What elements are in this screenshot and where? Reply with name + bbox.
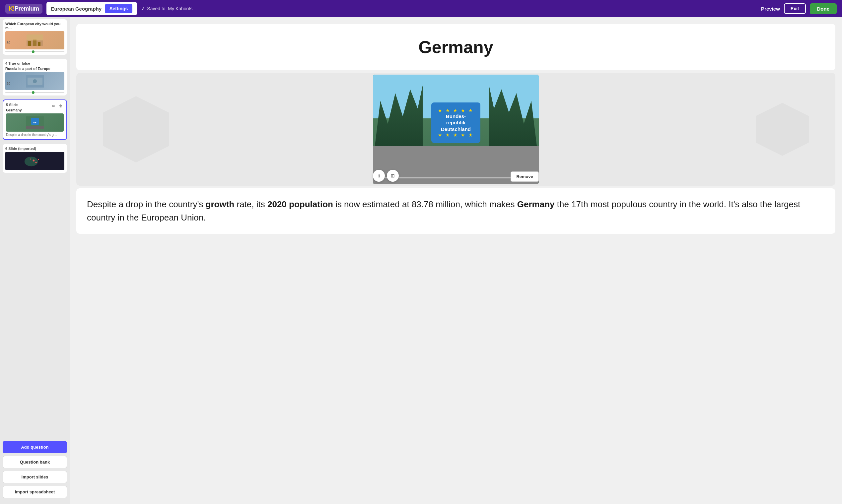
add-question-button[interactable]: Add question (3, 441, 67, 453)
monitor-icon[interactable]: 🖥 (50, 103, 56, 109)
germany-image: ★ ★ ★ ★ ★ Bundes-republikDeutschland ★ ★… (373, 75, 539, 184)
svg-text:DE: DE (33, 121, 36, 124)
slide-4-progress (5, 92, 64, 93)
slide-item-6[interactable]: 6 Slide (imported) (3, 144, 67, 173)
bold-germany: Germany (517, 199, 555, 209)
slide-3-title: Which European city would you m... (5, 22, 64, 30)
import-spreadsheet-button[interactable]: Import spreadsheet (3, 486, 67, 498)
slide-4-num: 4 True or false (5, 61, 64, 65)
slide-3-thumbnail (5, 31, 64, 49)
slide-item-5[interactable]: 5 Slide Germany DE Despite a drop in the… (3, 100, 67, 140)
question-bank-button[interactable]: Question bank (3, 456, 67, 468)
slide-image-card: ★ ★ ★ ★ ★ Bundes-republikDeutschland ★ ★… (76, 73, 835, 186)
svg-rect-1 (28, 41, 31, 46)
title-tab: European Geography Settings (47, 2, 137, 15)
sidebar-buttons: Add question Question bank Import slides… (0, 438, 70, 501)
slide-title-card: Germany (76, 24, 835, 70)
slide-main-title: Germany (83, 37, 829, 57)
remove-image-button[interactable]: Remove (511, 172, 539, 182)
info-button[interactable]: ℹ (373, 170, 385, 182)
svg-rect-3 (38, 42, 40, 46)
slide-body-text: Despite a drop in the country's growth r… (87, 198, 825, 224)
quiz-title: European Geography (51, 6, 102, 12)
svg-rect-4 (27, 35, 43, 40)
svg-point-7 (33, 79, 37, 83)
settings-button[interactable]: Settings (105, 4, 133, 13)
slide-3-progress (5, 51, 64, 52)
slide-5-thumbnail: DE (6, 113, 64, 132)
slide-6-num: 6 Slide (imported) (5, 147, 64, 150)
slide-4-time: 20 (7, 82, 10, 86)
bg-shape-right (756, 103, 809, 156)
done-button[interactable]: Done (810, 3, 837, 14)
slide-3-time: 30 (7, 41, 10, 45)
slide-item-4[interactable]: 4 True or false Russia is a part of Euro… (3, 59, 67, 95)
trash-icon[interactable]: 🗑 (58, 103, 64, 109)
slide-content: Germany ★ ★ ★ ★ ★ (70, 17, 842, 504)
import-slides-button[interactable]: Import slides (3, 471, 67, 483)
bold-population: 2020 population (267, 199, 333, 209)
sidebar: Which European city would you m... 30 (0, 17, 70, 504)
slide-6-thumbnail (5, 152, 64, 170)
logo: K!Premium (5, 4, 42, 14)
svg-point-15 (35, 162, 36, 163)
app-header: K!Premium European Geography Settings Sa… (0, 0, 842, 17)
svg-point-17 (38, 159, 39, 160)
slide-4-title: Russia is a part of Europe (5, 67, 64, 71)
slide-5-caption: Despite a drop in the country's gr... (6, 133, 64, 137)
slide-4-thumbnail (5, 72, 64, 90)
svg-rect-11 (26, 126, 44, 129)
image-overlay: ℹ ⊞ Remove (373, 170, 539, 182)
bg-shape-left (103, 96, 169, 162)
eu-sign: ★ ★ ★ ★ ★ Bundes-republikDeutschland ★ ★… (431, 103, 480, 143)
slide-5-icons: 🖥 🗑 (50, 103, 64, 109)
saved-indicator: Saved to: My Kahoots (141, 6, 192, 11)
main-layout: Which European city would you m... 30 (0, 17, 842, 504)
preview-button[interactable]: Preview (761, 6, 780, 12)
slide-text-card: Despite a drop in the country's growth r… (76, 188, 835, 234)
image-toolbar: ℹ ⊞ (373, 170, 399, 182)
svg-point-16 (30, 159, 31, 160)
svg-point-13 (24, 157, 38, 166)
image-crop-button[interactable]: ⊞ (387, 170, 399, 182)
header-actions: Preview Exit Done (761, 3, 837, 14)
slide-item-3[interactable]: Which European city would you m... 30 (3, 19, 67, 55)
exit-button[interactable]: Exit (784, 3, 806, 14)
svg-point-14 (33, 160, 35, 161)
bold-growth: growth (206, 199, 234, 209)
